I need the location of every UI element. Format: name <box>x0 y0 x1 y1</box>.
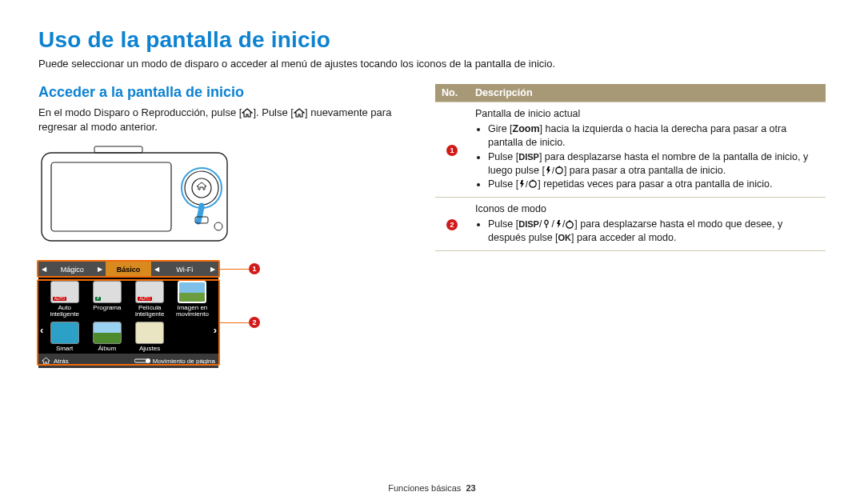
row1-bullet-3: Pulse [/] repetidas veces para pasar a o… <box>488 178 819 191</box>
row2-title: Iconos de modo <box>475 202 819 216</box>
svg-point-14 <box>530 181 536 187</box>
tab-basico[interactable]: Básico <box>106 262 150 277</box>
svg-point-11 <box>556 166 562 173</box>
macro-key-icon <box>542 219 551 229</box>
mode-ajustes[interactable]: Ajustes <box>129 322 171 352</box>
description-table: No. Descripción 1 Pantalla de inicio act… <box>435 84 826 251</box>
tab-magico[interactable]: Mágico <box>50 262 94 277</box>
home-icon <box>294 108 305 118</box>
pager-hint: Movimiento de página <box>134 358 215 365</box>
page-title: Uso de la pantalla de inicio <box>38 27 826 53</box>
section-heading: Acceder a la pantalla de inicio <box>38 84 406 101</box>
intro-text: Puede seleccionar un modo de disparo o a… <box>38 58 826 70</box>
flash-timer-key-icon: / <box>545 166 564 175</box>
col-no: No. <box>435 84 469 102</box>
table-row: 2 Iconos de modo Pulse [DISP///] para de… <box>435 198 826 251</box>
row1-title: Pantalla de inicio actual <box>475 107 819 121</box>
ok-key-icon: OK <box>558 233 572 242</box>
row1-bullet-1: Gire [Zoom] hacia la izquierda o hacia l… <box>488 122 819 150</box>
col-desc: Descripción <box>469 84 826 102</box>
tab-sep: ▶ <box>94 262 106 277</box>
tab-wifi[interactable]: Wi-Fi <box>162 262 207 277</box>
row-num-2: 2 <box>446 219 458 230</box>
timer-key-icon <box>565 219 574 229</box>
disp-key-icon: DISP <box>518 152 539 162</box>
tab-sep: ◀ <box>151 262 162 277</box>
mode-smart[interactable]: Smart <box>43 322 86 352</box>
callout-1: 1 <box>249 263 260 274</box>
mode-auto-inteligente[interactable]: AUTOAutointeligente <box>43 281 86 318</box>
svg-text:/: / <box>552 166 554 175</box>
mode-programa[interactable]: PPrograma <box>86 281 128 318</box>
svg-rect-1 <box>51 162 171 231</box>
home-screen-mock: 1 2 ◀ Mágico ▶ Básico ◀ Wi-Fi ▶ AUTOAuto… <box>38 262 254 368</box>
mode-album[interactable]: Álbum <box>86 322 128 352</box>
section-body: En el modo Disparo o Reproducción, pulse… <box>38 106 406 134</box>
tab-arrow-right[interactable]: ▶ <box>207 262 218 277</box>
svg-rect-8 <box>134 359 147 362</box>
tab-bar: ◀ Mágico ▶ Básico ◀ Wi-Fi ▶ <box>38 262 218 278</box>
flash-timer-key-icon: / <box>518 179 538 189</box>
tab-arrow-left[interactable]: ◀ <box>38 262 50 277</box>
row2-bullet-1: Pulse [DISP///] para desplazarse hasta e… <box>488 218 819 245</box>
svg-point-9 <box>146 358 150 363</box>
callout-2: 2 <box>249 317 260 328</box>
back-button[interactable]: Atrás <box>42 357 69 365</box>
camera-illustration <box>38 143 230 250</box>
body-part-a: En el modo Disparo o Reproducción, pulse… <box>38 106 242 118</box>
table-row: 1 Pantalla de inicio actual Gire [Zoom] … <box>435 102 826 198</box>
row-num-1: 1 <box>446 145 458 156</box>
svg-text:/: / <box>526 180 528 189</box>
mode-imagen-movimiento[interactable]: Imagen enmovimiento <box>171 281 214 318</box>
mode-pelicula-inteligente[interactable]: AUTOPelículainteligente <box>129 281 171 318</box>
body-part-b: ]. Pulse [ <box>253 106 294 118</box>
svg-point-16 <box>566 222 573 228</box>
row1-bullet-2: Pulse [DISP] para desplazarse hasta el n… <box>488 150 819 178</box>
page-footer: Funciones básicas 23 <box>0 483 864 493</box>
disp-key-icon: DISP <box>518 219 539 229</box>
home-icon <box>242 108 253 118</box>
svg-rect-7 <box>94 146 142 153</box>
flash-key-icon <box>554 219 562 229</box>
